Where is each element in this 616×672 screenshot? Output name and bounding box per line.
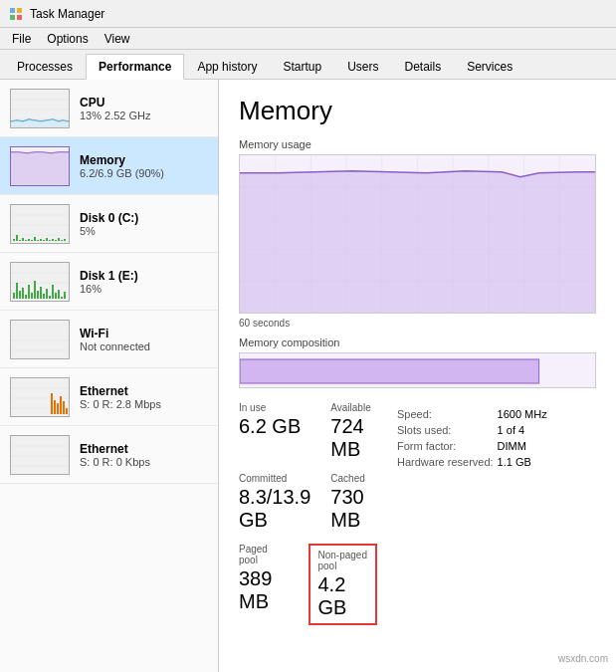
menu-options[interactable]: Options bbox=[39, 30, 96, 48]
tab-bar: Processes Performance App history Startu… bbox=[0, 50, 616, 80]
paged-pool-stat: Paged pool 389 MB bbox=[239, 544, 289, 613]
eth1-thumbnail bbox=[10, 435, 70, 475]
slots-value: 1 of 4 bbox=[498, 422, 547, 438]
svg-rect-25 bbox=[34, 237, 36, 241]
cpu-info: CPU 13% 2.52 GHz bbox=[80, 96, 208, 121]
svg-rect-67 bbox=[57, 403, 59, 414]
memory-usage-chart bbox=[239, 154, 596, 314]
sidebar-item-cpu[interactable]: CPU 13% 2.52 GHz bbox=[0, 80, 218, 137]
svg-rect-23 bbox=[28, 239, 30, 241]
svg-rect-69 bbox=[63, 401, 65, 414]
svg-rect-27 bbox=[40, 239, 42, 241]
svg-rect-29 bbox=[46, 238, 48, 241]
tab-users[interactable]: Users bbox=[334, 53, 391, 79]
tab-performance[interactable]: Performance bbox=[86, 54, 184, 80]
sidebar-item-eth0[interactable]: Ethernet S: 0 R: 2.8 Mbps bbox=[0, 368, 218, 426]
content-title: Memory bbox=[239, 96, 596, 126]
svg-rect-14 bbox=[11, 205, 69, 243]
paged-pool-label: Paged pool bbox=[239, 544, 289, 565]
svg-rect-91 bbox=[240, 359, 539, 383]
svg-rect-31 bbox=[52, 239, 54, 241]
svg-rect-57 bbox=[64, 292, 66, 299]
svg-rect-42 bbox=[19, 291, 21, 299]
svg-rect-19 bbox=[16, 235, 18, 241]
tab-services[interactable]: Services bbox=[454, 53, 525, 79]
cached-label: Cached bbox=[330, 473, 377, 484]
svg-rect-40 bbox=[13, 293, 15, 299]
in-use-stat: In use 6.2 GB bbox=[239, 402, 310, 461]
svg-rect-2 bbox=[10, 15, 15, 20]
sidebar-item-disk0[interactable]: Disk 0 (C:) 5% bbox=[0, 195, 218, 253]
app-icon bbox=[8, 6, 24, 22]
svg-rect-47 bbox=[34, 281, 36, 299]
menu-view[interactable]: View bbox=[97, 30, 138, 48]
cpu-thumbnail bbox=[10, 89, 70, 128]
memory-name: Memory bbox=[80, 153, 208, 167]
sidebar-item-eth1[interactable]: Ethernet S: 0 R: 0 Kbps bbox=[0, 426, 218, 484]
hw-reserved-label: Hardware reserved: bbox=[397, 454, 498, 470]
wifi-name: Wi-Fi bbox=[80, 327, 208, 340]
svg-rect-33 bbox=[58, 238, 60, 241]
eth1-name: Ethernet bbox=[80, 442, 208, 456]
title-bar: Task Manager bbox=[0, 0, 616, 28]
available-label: Available bbox=[330, 402, 377, 413]
svg-rect-20 bbox=[19, 240, 21, 241]
svg-rect-45 bbox=[28, 285, 30, 299]
speed-value: 1600 MHz bbox=[498, 406, 547, 422]
svg-rect-53 bbox=[52, 285, 54, 299]
cpu-name: CPU bbox=[80, 96, 208, 110]
usage-chart-label: Memory usage bbox=[239, 138, 596, 150]
svg-rect-26 bbox=[37, 240, 39, 241]
svg-rect-32 bbox=[55, 240, 57, 241]
svg-rect-43 bbox=[22, 288, 24, 299]
committed-value: 8.3/13.9 GB bbox=[239, 486, 310, 532]
stats-right-column: Speed: 1600 MHz Slots used: 1 of 4 Form … bbox=[397, 402, 596, 625]
eth0-value: S: 0 R: 2.8 Mbps bbox=[80, 398, 208, 410]
in-use-value: 6.2 GB bbox=[239, 415, 310, 438]
stats-left-column: In use 6.2 GB Available 724 MB Committed… bbox=[239, 402, 377, 625]
disk0-info: Disk 0 (C:) 5% bbox=[80, 211, 208, 237]
committed-stat: Committed 8.3/13.9 GB bbox=[239, 473, 310, 532]
svg-rect-24 bbox=[31, 240, 33, 241]
in-use-label: In use bbox=[239, 402, 310, 413]
eth0-thumbnail bbox=[10, 377, 70, 417]
eth1-value: S: 0 R: 0 Kbps bbox=[80, 456, 208, 468]
sidebar-item-wifi[interactable]: Wi-Fi Not connected bbox=[0, 311, 218, 368]
wifi-info: Wi-Fi Not connected bbox=[80, 327, 208, 352]
svg-rect-48 bbox=[37, 291, 39, 299]
svg-rect-65 bbox=[51, 393, 53, 414]
bottom-stats: Paged pool 389 MB Non-paged pool 4.2 GB bbox=[239, 544, 377, 625]
eth0-name: Ethernet bbox=[80, 384, 208, 398]
stats-area: In use 6.2 GB Available 724 MB Committed… bbox=[239, 402, 596, 625]
svg-rect-50 bbox=[43, 294, 45, 299]
disk1-name: Disk 1 (E:) bbox=[80, 269, 208, 283]
tab-app-history[interactable]: App history bbox=[184, 53, 270, 79]
memory-value: 6.2/6.9 GB (90%) bbox=[80, 167, 208, 179]
disk1-value: 16% bbox=[80, 283, 208, 295]
time-label: 60 seconds bbox=[239, 318, 596, 329]
disk0-value: 5% bbox=[80, 225, 208, 237]
committed-label: Committed bbox=[239, 473, 310, 484]
menu-bar: File Options View bbox=[0, 28, 616, 50]
tab-details[interactable]: Details bbox=[391, 53, 454, 79]
svg-rect-66 bbox=[54, 400, 56, 414]
form-label: Form factor: bbox=[397, 438, 498, 454]
memory-info: Memory 6.2/6.9 GB (90%) bbox=[80, 153, 208, 179]
svg-rect-21 bbox=[22, 238, 24, 241]
svg-rect-70 bbox=[66, 408, 68, 414]
menu-file[interactable]: File bbox=[4, 30, 39, 48]
svg-rect-46 bbox=[31, 293, 33, 299]
svg-rect-28 bbox=[43, 240, 45, 241]
sidebar-item-disk1[interactable]: Disk 1 (E:) 16% bbox=[0, 253, 218, 311]
tab-processes[interactable]: Processes bbox=[4, 53, 86, 79]
wifi-value: Not connected bbox=[80, 340, 208, 352]
form-value: DIMM bbox=[498, 438, 547, 454]
composition-chart-label: Memory composition bbox=[239, 336, 596, 348]
sidebar-item-memory[interactable]: Memory 6.2/6.9 GB (90%) bbox=[0, 137, 218, 195]
svg-rect-30 bbox=[49, 240, 51, 241]
svg-rect-1 bbox=[17, 8, 22, 13]
tab-startup[interactable]: Startup bbox=[270, 53, 334, 79]
paged-pool-value: 389 MB bbox=[239, 567, 289, 613]
svg-rect-58 bbox=[11, 321, 69, 358]
main-layout: CPU 13% 2.52 GHz Memory 6.2/6.9 GB (9 bbox=[0, 80, 616, 672]
